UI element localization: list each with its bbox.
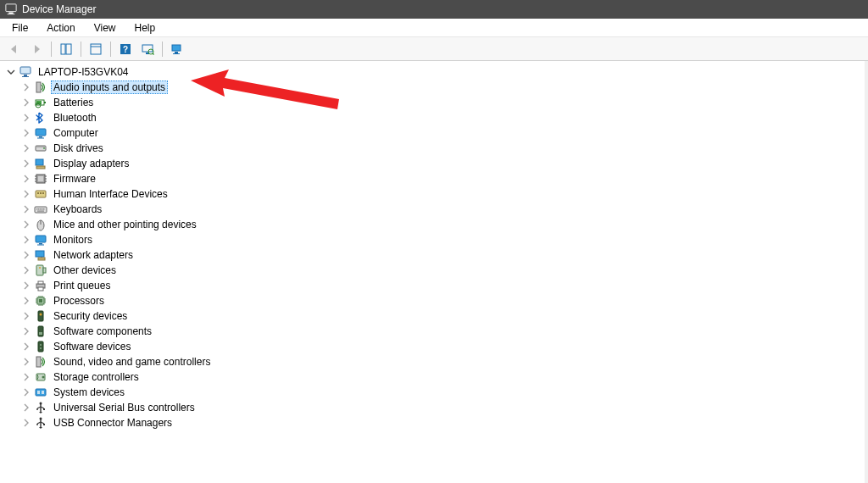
software-dev-icon — [34, 340, 47, 353]
tree-item[interactable]: Audio inputs and outputs — [20, 80, 860, 95]
tree-item-label: Batteries — [51, 96, 96, 109]
app-icon — [5, 3, 17, 15]
tree-item[interactable]: Human Interface Devices — [20, 186, 860, 202]
tree-pane[interactable]: LAPTOP-I53GVK04 Audio inputs and outputs… — [0, 61, 868, 483]
tree-item[interactable]: Network adapters — [20, 247, 860, 263]
expander-closed-icon[interactable] — [20, 356, 32, 368]
expander-closed-icon[interactable] — [20, 158, 32, 169]
tree-item-label: Security devices — [51, 309, 130, 323]
menu-view[interactable]: View — [86, 20, 125, 36]
expander-open-icon[interactable] — [5, 66, 17, 78]
tree-item-label: Mice and other pointing devices — [51, 218, 199, 231]
tree-item[interactable]: Monitors — [20, 232, 860, 247]
tree-item[interactable]: Display adapters — [20, 156, 860, 171]
tree-item-label: Print queues — [51, 279, 113, 292]
expander-closed-icon[interactable] — [20, 142, 32, 154]
devices-button[interactable] — [168, 40, 186, 58]
battery-icon — [34, 96, 47, 109]
svg-rect-0 — [6, 4, 16, 12]
tree-item[interactable]: Storage controllers — [20, 369, 860, 385]
tree-item[interactable]: Mice and other pointing devices — [20, 217, 860, 232]
scan-hardware-button[interactable] — [138, 40, 157, 58]
expander-closed-icon[interactable] — [20, 127, 32, 139]
expander-closed-icon[interactable] — [20, 310, 32, 322]
tree-item-label: Bluetooth — [51, 111, 99, 125]
tree-root[interactable]: LAPTOP-I53GVK04 — [5, 64, 860, 80]
expander-closed-icon[interactable] — [20, 97, 32, 108]
tree-item-label: Human Interface Devices — [51, 187, 170, 201]
tree-item[interactable]: Software components — [20, 324, 860, 339]
toolbar-separator — [51, 42, 52, 57]
show-hide-tree-button[interactable] — [57, 40, 75, 58]
svg-rect-13 — [172, 45, 181, 51]
root-label: LAPTOP-I53GVK04 — [36, 65, 131, 79]
svg-text:?: ? — [123, 45, 128, 54]
tree-item[interactable]: Keyboards — [20, 202, 860, 217]
menu-help[interactable]: Help — [126, 20, 164, 36]
back-button[interactable] — [5, 40, 24, 58]
svg-rect-9 — [142, 45, 153, 52]
svg-line-12 — [153, 53, 154, 55]
forward-button[interactable] — [27, 40, 46, 58]
titlebar: Device Manager — [0, 0, 868, 19]
expander-closed-icon[interactable] — [20, 203, 32, 215]
software-comp-icon — [34, 325, 47, 338]
tree-item[interactable]: Print queues — [20, 278, 860, 293]
help-button[interactable]: ? — [116, 40, 135, 58]
svg-rect-1 — [8, 13, 13, 14]
tree-item[interactable]: Computer — [20, 125, 860, 141]
expander-closed-icon[interactable] — [20, 188, 32, 200]
expander-closed-icon[interactable] — [20, 341, 32, 353]
properties-button[interactable] — [86, 40, 105, 58]
svg-rect-5 — [91, 44, 101, 54]
tree-item[interactable]: Security devices — [20, 308, 860, 324]
expander-closed-icon[interactable] — [20, 234, 32, 246]
toolbar-separator — [81, 42, 81, 57]
tree-item[interactable]: Universal Serial Bus controllers — [20, 400, 860, 415]
disk-icon — [34, 142, 47, 155]
tree-item[interactable]: Processors — [20, 293, 860, 308]
expander-closed-icon[interactable] — [20, 280, 32, 291]
tree-item[interactable]: USB Connector Managers — [20, 415, 860, 430]
tree-item-label: Audio inputs and outputs — [51, 80, 168, 94]
tree-item-label: Storage controllers — [51, 370, 142, 384]
tree-item[interactable]: Batteries — [20, 95, 860, 110]
expander-closed-icon[interactable] — [20, 219, 32, 230]
printer-icon — [34, 279, 47, 292]
svg-rect-15 — [173, 53, 180, 54]
monitor-blue-icon — [34, 126, 47, 140]
tree-item[interactable]: Other devices — [20, 263, 860, 278]
monitor-blue-icon — [34, 233, 47, 247]
expander-closed-icon[interactable] — [20, 249, 32, 261]
svg-rect-3 — [61, 44, 65, 54]
other-icon — [34, 264, 47, 277]
expander-closed-icon[interactable] — [20, 264, 32, 276]
tree-item-label: Network adapters — [51, 248, 136, 262]
tree-item-label: Software devices — [51, 340, 133, 353]
expander-closed-icon[interactable] — [20, 371, 32, 383]
tree-item-label: Firmware — [51, 172, 98, 186]
expander-closed-icon[interactable] — [20, 402, 32, 414]
tree-item[interactable]: Disk drives — [20, 141, 860, 156]
expander-closed-icon[interactable] — [20, 112, 32, 124]
svg-rect-16 — [20, 67, 31, 74]
tree-item[interactable]: Software devices — [20, 339, 860, 354]
expander-closed-icon[interactable] — [20, 386, 32, 398]
tree-item[interactable]: Firmware — [20, 171, 860, 186]
menu-action[interactable]: Action — [38, 20, 83, 36]
tree-item[interactable]: Bluetooth — [20, 110, 860, 125]
tree-item[interactable]: Sound, video and game controllers — [20, 354, 860, 369]
expander-closed-icon[interactable] — [20, 173, 32, 185]
tree-item-label: Sound, video and game controllers — [51, 355, 213, 369]
firmware-icon — [34, 172, 47, 186]
tree-item-label: Software components — [51, 325, 154, 338]
tree-item-label: System devices — [51, 386, 127, 399]
speaker-icon — [34, 355, 47, 369]
tree-item[interactable]: System devices — [20, 385, 860, 400]
expander-closed-icon[interactable] — [20, 417, 32, 429]
expander-closed-icon[interactable] — [20, 295, 32, 307]
expander-closed-icon[interactable] — [20, 81, 32, 93]
expander-closed-icon[interactable] — [20, 325, 32, 337]
mouse-icon — [34, 218, 47, 231]
menu-file[interactable]: File — [3, 20, 36, 36]
